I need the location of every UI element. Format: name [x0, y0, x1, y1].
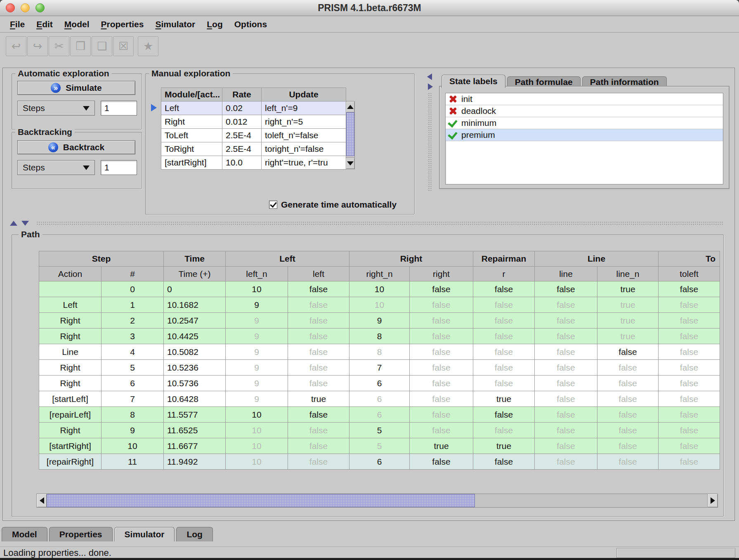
main-view-tabs: ModelPropertiesSimulatorLog [2, 527, 215, 541]
path-group-header[interactable]: Right [349, 251, 473, 267]
collapse-down-icon[interactable] [21, 221, 29, 226]
path-column-header[interactable]: Time (+) [164, 267, 226, 281]
path-row[interactable]: [startLeft]710.64289true6falsetruefalsef… [39, 391, 720, 407]
transitions-column-header[interactable]: Module/[act... [161, 88, 222, 102]
path-row[interactable]: [repairLeft]811.557710false6falsefalsefa… [39, 407, 720, 423]
toolbar-star-button[interactable]: ★ [138, 36, 158, 56]
tab-model[interactable]: Model [2, 527, 47, 541]
menu-item-simulator[interactable]: Simulator [149, 16, 201, 33]
transitions-table: Module/[act...RateUpdateLeft0.02left_n'=… [161, 87, 346, 170]
collapse-up-icon[interactable] [10, 221, 17, 226]
transition-row[interactable]: Left0.02left_n'=9 [161, 102, 346, 115]
path-column-header[interactable]: left_n [226, 267, 288, 281]
menu-item-file[interactable]: File [4, 16, 31, 33]
path-cell-toleft: false [659, 423, 720, 438]
path-column-header[interactable]: toleft [659, 267, 720, 281]
tab-simulator[interactable]: Simulator [114, 527, 175, 541]
scrollbar-thumb[interactable] [346, 112, 354, 156]
tab-properties[interactable]: Properties [49, 527, 113, 541]
divider-texture [428, 92, 432, 191]
state-label-row[interactable]: minimum [446, 117, 723, 129]
state-label-row[interactable]: premium [446, 129, 723, 141]
simulate-button[interactable]: » Simulate [17, 81, 135, 95]
collapse-right-icon[interactable] [428, 83, 433, 90]
transition-row[interactable]: Right0.012right_n'=5 [161, 115, 346, 129]
scroll-down-button[interactable] [346, 158, 354, 169]
path-cell-toleft: false [659, 376, 720, 391]
path-row[interactable]: Right310.44259false8falsefalsefalsetruef… [39, 328, 720, 344]
path-row[interactable]: Line410.50829false8falsefalsefalsefalsef… [39, 344, 720, 360]
update-cell: right'=true, r'=tru [262, 156, 346, 170]
path-cell-left: false [288, 281, 349, 297]
simulate-steps-combo[interactable]: Steps [17, 101, 95, 116]
path-row[interactable]: 0010false10falsefalsefalsetruefalse [39, 281, 720, 297]
scrollbar-thumb[interactable] [47, 494, 475, 507]
path-cell-line_n: false [597, 344, 659, 360]
collapse-left-icon[interactable] [427, 73, 432, 80]
path-row[interactable]: [repairRight]1111.949210false6falsefalse… [39, 454, 720, 470]
toolbar-back-button[interactable]: ↩ [6, 36, 26, 56]
state-label-row[interactable]: deadlock [446, 105, 723, 117]
state-label-row[interactable]: init [446, 93, 723, 105]
path-row[interactable]: Right210.25479false9falsefalsefalsetruef… [39, 313, 720, 328]
scroll-up-button[interactable] [346, 102, 354, 113]
transition-row[interactable]: ToRight2.5E-4toright_n'=false [161, 142, 346, 156]
rewind-icon: « [48, 142, 58, 152]
transitions-column-header[interactable]: Update [262, 88, 346, 102]
path-row[interactable]: Right510.52369false7falsefalsefalsefalse… [39, 360, 720, 376]
path-row[interactable]: Right911.652510false5falsefalsefalsefals… [39, 423, 720, 438]
path-cell-action [39, 281, 102, 297]
toolbar-paste-button[interactable]: ❑ [92, 36, 112, 56]
toolbar-cut-button[interactable]: ✂ [49, 36, 69, 56]
generate-time-checkbox[interactable] [269, 201, 277, 209]
transition-row[interactable]: [startRight]10.0right'=true, r'=tru [161, 156, 346, 170]
scroll-left-button[interactable] [37, 494, 47, 507]
backtrack-steps-combo[interactable]: Steps [17, 160, 95, 175]
menu-item-options[interactable]: Options [229, 16, 273, 33]
path-column-header[interactable]: r [473, 267, 535, 281]
path-row[interactable]: Right610.57369false6falsefalsefalsefalse… [39, 376, 720, 391]
path-cell-: 1 [102, 297, 164, 313]
path-column-header[interactable]: right [410, 267, 473, 281]
path-group-header[interactable]: Time [164, 251, 226, 267]
path-cell-action: [startRight] [39, 438, 102, 454]
transition-row[interactable]: ToLeft2.5E-4toleft_n'=false [161, 129, 346, 142]
label-true-icon [448, 118, 457, 128]
star-icon: ★ [143, 41, 153, 52]
backtrack-steps-input[interactable] [101, 160, 137, 175]
toolbar-forward-button[interactable]: ↪ [27, 36, 48, 56]
simulate-steps-input[interactable] [101, 101, 137, 116]
tab-state-labels[interactable]: State labels [442, 75, 505, 88]
toolbar-copy-button[interactable]: ❐ [70, 36, 91, 56]
menu-item-properties[interactable]: Properties [95, 16, 150, 33]
path-column-header[interactable]: line_n [597, 267, 659, 281]
path-group-header[interactable]: To [659, 251, 720, 267]
transitions-column-header[interactable]: Rate [222, 88, 262, 102]
menu-item-log[interactable]: Log [201, 16, 228, 33]
path-group-header[interactable]: Step [39, 251, 164, 267]
path-column-header[interactable]: Action [39, 267, 102, 281]
path-cell-time: 10.2547 [164, 313, 226, 328]
path-row[interactable]: [startRight]1011.667710false5truetruefal… [39, 438, 720, 454]
menu-item-model[interactable]: Model [59, 16, 95, 33]
tab-log[interactable]: Log [176, 527, 212, 541]
transitions-scrollbar[interactable] [346, 101, 355, 169]
path-group-header[interactable]: Line [535, 251, 659, 267]
backtrack-steps-combo-value: Steps [23, 163, 45, 172]
path-cell-time: 10.4425 [164, 328, 226, 344]
path-group-header[interactable]: Left [226, 251, 349, 267]
path-column-header[interactable]: left [288, 267, 349, 281]
toolbar-delete-button[interactable]: ☒ [113, 36, 134, 56]
scroll-right-button[interactable] [707, 494, 718, 507]
path-group-header[interactable]: Repairman [473, 251, 535, 267]
vertical-split-divider[interactable] [426, 71, 434, 193]
path-column-header[interactable]: right_n [349, 267, 410, 281]
path-column-header[interactable]: # [102, 267, 164, 281]
path-column-header[interactable]: line [535, 267, 597, 281]
path-scrollbar[interactable] [36, 494, 718, 508]
horizontal-split-divider[interactable] [2, 220, 735, 227]
backtrack-button[interactable]: « Backtrack [17, 140, 135, 154]
path-cell-line_n: false [597, 376, 659, 391]
path-row[interactable]: Left110.16829false10falsefalsefalsetruef… [39, 297, 720, 313]
menu-item-edit[interactable]: Edit [31, 16, 59, 33]
